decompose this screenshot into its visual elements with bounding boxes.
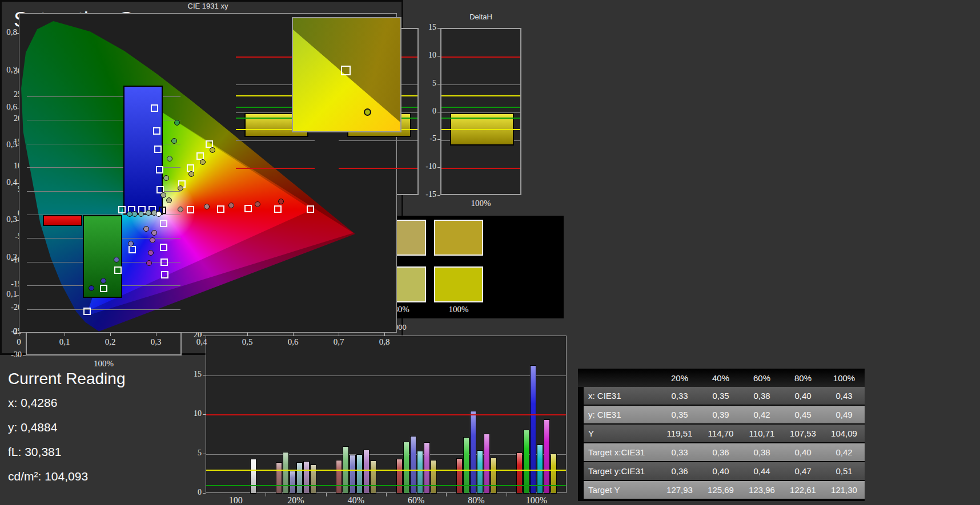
y-tick-label: 15 [420,23,436,32]
table-row-label: Target Y [584,485,659,495]
cie-y-tick-label: 0,1 [0,289,17,299]
gridline [27,333,180,333]
deltae-bar-green [283,452,289,494]
cie-target-square [217,205,224,213]
gridline [206,375,566,376]
cie-measured-dot [143,226,149,232]
deltae-bar-magenta [303,461,310,494]
table-cell: 122,61 [782,485,824,495]
cie-target-square [153,127,160,135]
cie-measured-dot [200,159,206,165]
table-cell: 0,35 [659,410,700,419]
y-tick-mark [437,112,440,112]
deltae-bar-red [336,460,342,494]
y-tick-label: -30 [7,350,22,359]
y-tick-label: 5 [188,449,202,458]
gridline [339,140,417,141]
y-tick-label: 15 [188,370,202,379]
table-cell: 0,45 [782,410,824,419]
cie-measured-dot [174,120,180,126]
cie-x-tick-label: 0,7 [326,337,351,347]
deltae-bar-yellow [370,460,376,494]
bar-red [43,215,82,227]
cie-measured-dot [188,171,194,177]
cie-measured-dot [160,192,166,198]
cie-target-square [307,205,314,213]
delta-h-chart: DeltaH 100% -15-10-5051015 [420,13,524,212]
table-cell: 0,33 [659,391,700,401]
cie-x-tick-label: 0,5 [235,337,260,347]
deltae-bar-red [516,453,523,494]
ref-line [206,470,566,471]
ref-line [441,95,520,96]
cie-target-square [114,266,122,274]
y-tick-mark [23,355,26,356]
deltae-bar-blue [350,455,356,494]
cie-measured-dot [138,211,144,217]
cie-y-tick-label: 0,8 [0,27,17,37]
y-tick-mark [203,375,206,375]
cie-target-square [100,285,107,292]
cie-y-tick-label: 0,4 [0,177,17,187]
current-reading-y: y: 0,4884 [8,421,185,434]
cie-x-tick [384,333,385,336]
deltae-bar-yellow [431,460,437,494]
deltae-axis-tick [507,492,507,496]
deltae-bar-yellow [551,454,557,494]
deltae-bar-blue [290,471,296,494]
inset-measured-dot [364,108,371,116]
table-cell: 127,93 [659,485,700,495]
table-cell: 0,38 [741,447,782,457]
cie-measured-dot [127,211,132,217]
y-tick-mark [203,336,206,336]
table-cell: 0,36 [700,447,741,457]
cie-target-square [160,244,167,251]
cie-x-tick-label: 0,4 [189,337,214,347]
table-row: y: CIE310,350,390,420,450,49 [584,406,865,423]
cie-y-tick-label: 0,3 [0,215,17,224]
y-tick-mark [437,167,440,168]
cie-1931-title: CIE 1931 xy [19,2,397,10]
table-cell: 0,42 [824,447,865,457]
table-row: Target y:CIE310,360,400,440,470,51 [584,462,865,480]
ref-line [206,485,566,486]
cie-target-square [161,271,168,278]
cie-measured-dot [150,237,155,243]
deltae-bar-gray [250,459,256,494]
y-tick-label: -5 [420,134,436,143]
cie-target-square [160,220,167,227]
table-cell: 0,51 [824,466,865,476]
deltae-bar-red [396,459,403,494]
deltae-bar-red [276,462,282,494]
table-header-cell: 20% [659,373,700,383]
deltae-bar-magenta [363,450,369,494]
table-cell: 0,36 [659,466,700,476]
deltae-bar-cyan [356,454,363,494]
cie-measured-dot [163,175,169,181]
table-header-row: 20%40%60%80%100% [578,369,865,387]
cie-x-tick [202,333,202,336]
table-cell: 0,40 [782,447,824,457]
cie-target-square [196,152,204,160]
cie-x-tick-label: 0,6 [280,337,306,347]
cie-x-tick [247,333,248,336]
y-tick-label: -15 [420,190,436,199]
table-cell: 119,51 [659,429,700,438]
deltae-group-label: 40% [330,495,381,505]
deltae-group-label: 20% [270,495,322,505]
table-row: Target x:CIE310,330,360,380,400,42 [584,443,865,461]
deltae-bar-cyan [477,450,483,494]
cie-y-tick-label: 0,7 [0,65,17,75]
table-cell: 0,47 [782,466,824,476]
deltae-2000-chart: DeltaE 2000 10020%40%60%80%100%05101520 [188,323,572,505]
deltae-group-label: 100 [210,495,262,505]
deltae-bar-cyan [417,451,423,494]
table-header-cell: 100% [824,373,865,383]
gridline [27,309,180,310]
cie-x-tick-label: 0,2 [98,337,123,347]
ref-line [441,107,520,108]
y-tick-label: -10 [420,162,436,171]
table-cell: 107,53 [782,429,824,438]
table-cell: 0,40 [782,391,824,401]
ref-line [206,414,566,415]
